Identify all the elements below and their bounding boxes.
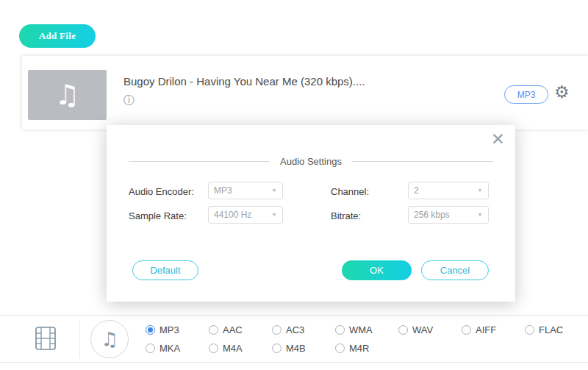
audio-settings-dialog: ✕ Audio Settings Audio Encoder: MP3 ▼ Ch… [107, 125, 515, 302]
radio-icon [209, 325, 218, 335]
radio-icon [146, 325, 155, 335]
music-note-icon: ♫ [54, 79, 79, 111]
gear-icon[interactable]: ⚙ [554, 84, 570, 101]
sample-rate-select[interactable]: 44100 Hz ▼ [208, 206, 283, 224]
default-button[interactable]: Default [132, 260, 198, 280]
chevron-down-icon: ▼ [271, 188, 277, 193]
format-option-m4a[interactable]: M4A [209, 343, 272, 354]
channel-select[interactable]: 2 ▼ [408, 182, 489, 199]
format-option-wma[interactable]: WMA [335, 324, 398, 335]
radio-icon [146, 344, 155, 353]
format-option-mp3[interactable]: MP3 [146, 324, 209, 335]
cancel-button[interactable]: Cancel [421, 260, 489, 280]
dialog-header: Audio Settings [107, 156, 515, 167]
format-option-m4b[interactable]: M4B [272, 343, 335, 354]
format-options: MP3 AAC AC3 WMA WAV AIFF [146, 321, 588, 357]
ok-button[interactable]: OK [342, 260, 412, 280]
audio-format-tab[interactable]: ♫ [90, 320, 129, 358]
radio-icon [398, 325, 408, 335]
divider [129, 161, 270, 162]
sample-rate-label: Sample Rate: [129, 206, 187, 225]
file-title: Bugoy Drilon - Having You Near Me (320 k… [123, 75, 432, 88]
chevron-down-icon: ▼ [271, 212, 277, 217]
channel-label: Channel: [331, 182, 369, 201]
file-row: ♫ Bugoy Drilon - Having You Near Me (320… [22, 56, 588, 129]
format-option-flac[interactable]: FLAC [525, 324, 588, 335]
info-icon[interactable]: ⓘ [123, 95, 135, 106]
close-icon[interactable]: ✕ [491, 131, 505, 148]
format-option-m4r[interactable]: M4R [335, 343, 398, 354]
filmstrip-icon[interactable] [34, 326, 57, 354]
chevron-down-icon: ▼ [477, 212, 483, 217]
audio-encoder-select[interactable]: MP3 ▼ [208, 182, 283, 199]
bitrate-label: Bitrate: [331, 206, 361, 225]
file-thumbnail: ♫ [28, 70, 107, 120]
app-window: Add File ♫ Bugoy Drilon - Having You Nea… [0, 0, 588, 370]
bitrate-select[interactable]: 256 kbps ▼ [408, 206, 489, 224]
format-option-aiff[interactable]: AIFF [462, 324, 525, 335]
add-file-button[interactable]: Add File [19, 24, 96, 48]
divider [79, 320, 80, 358]
format-option-mka[interactable]: MKA [146, 343, 209, 354]
format-option-ac3[interactable]: AC3 [272, 324, 335, 335]
radio-icon [335, 344, 345, 353]
dialog-title: Audio Settings [280, 156, 342, 167]
divider [352, 161, 493, 162]
music-note-icon: ♫ [101, 328, 118, 350]
chevron-down-icon: ▼ [477, 188, 483, 193]
radio-icon [272, 325, 282, 335]
radio-icon [525, 325, 534, 335]
format-bar: ♫ MP3 AAC AC3 WMA WAV [0, 315, 588, 363]
radio-icon [462, 325, 471, 335]
radio-icon [209, 344, 218, 353]
radio-icon [272, 344, 282, 353]
radio-icon [335, 325, 345, 335]
format-option-wav[interactable]: WAV [398, 324, 462, 335]
format-option-aac[interactable]: AAC [209, 324, 272, 335]
audio-encoder-label: Audio Encoder: [129, 182, 194, 201]
format-badge-button[interactable]: MP3 [504, 85, 548, 104]
